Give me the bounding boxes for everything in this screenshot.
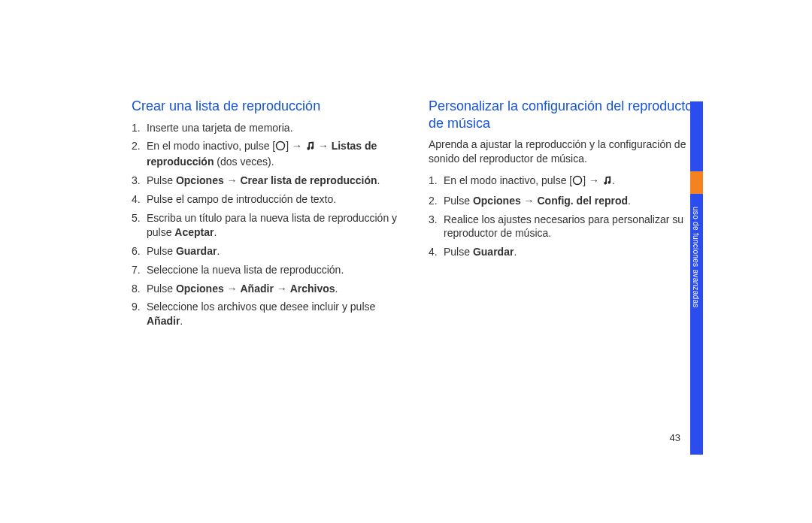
- step-number: 1.: [429, 174, 444, 189]
- music-icon: [602, 175, 612, 189]
- list-item: 1. Inserte una tarjeta de memoria.: [132, 121, 406, 135]
- music-icon: [305, 141, 315, 155]
- svg-point-1: [574, 176, 582, 184]
- step-text: Pulse Opciones → Crear lista de reproduc…: [147, 174, 406, 188]
- list-item: 5. Escriba un título para la nueva lista…: [132, 211, 406, 240]
- step-text: Pulse Opciones → Añadir → Archivos.: [147, 282, 406, 296]
- circle-icon: [275, 141, 286, 155]
- step-text: Escriba un título para la nueva lista de…: [147, 211, 406, 240]
- right-list: 1. En el modo inactivo, pulse [] → . 2. …: [429, 174, 703, 259]
- step-number: 8.: [132, 282, 147, 296]
- right-lead: Aprenda a ajustar la reproducción y la c…: [429, 138, 703, 166]
- right-heading: Personalizar la configuración del reprod…: [429, 98, 703, 132]
- step-text: Seleccione los archivos que desee inclui…: [147, 300, 406, 328]
- step-text: Pulse el campo de introducción de texto.: [147, 192, 406, 207]
- step-number: 7.: [132, 263, 147, 277]
- right-column: Personalizar la configuración del reprod…: [429, 98, 703, 333]
- page-number: 43: [670, 432, 680, 443]
- left-column: Crear una lista de reproducción 1. Inser…: [132, 98, 406, 333]
- list-item: 2. Pulse Opciones → Config. del reprod.: [429, 194, 703, 208]
- step-text: Pulse Opciones → Config. del reprod.: [444, 194, 703, 208]
- step-number: 4.: [132, 192, 147, 207]
- list-item: 8. Pulse Opciones → Añadir → Archivos.: [132, 282, 406, 296]
- list-item: 1. En el modo inactivo, pulse [] → .: [429, 174, 703, 189]
- page-content: Crear una lista de reproducción 1. Inser…: [132, 98, 703, 333]
- step-number: 2.: [429, 194, 444, 208]
- left-heading: Crear una lista de reproducción: [132, 98, 406, 115]
- list-item: 4. Pulse el campo de introducción de tex…: [132, 192, 406, 207]
- step-text: Pulse Guardar.: [147, 244, 406, 258]
- list-item: 9. Seleccione los archivos que desee inc…: [132, 300, 406, 328]
- step-number: 4.: [429, 245, 444, 259]
- list-item: 3. Pulse Opciones → Crear lista de repro…: [132, 174, 406, 188]
- step-text: Inserte una tarjeta de memoria.: [147, 121, 406, 135]
- list-item: 3. Realice los ajustes necesarios para p…: [429, 213, 703, 241]
- svg-point-0: [277, 142, 285, 150]
- list-item: 6. Pulse Guardar.: [132, 244, 406, 258]
- step-number: 3.: [429, 213, 444, 241]
- step-text: Seleccione la nueva lista de reproducció…: [147, 263, 406, 277]
- list-item: 2. En el modo inactivo, pulse [] → → Lis…: [132, 139, 406, 169]
- step-text: Realice los ajustes necesarios para pers…: [444, 213, 703, 241]
- step-text: Pulse Guardar.: [444, 245, 703, 259]
- list-item: 7. Seleccione la nueva lista de reproduc…: [132, 263, 406, 277]
- step-number: 6.: [132, 244, 147, 258]
- left-list: 1. Inserte una tarjeta de memoria. 2. En…: [132, 121, 406, 329]
- list-item: 4. Pulse Guardar.: [429, 245, 703, 259]
- circle-icon: [572, 175, 583, 189]
- step-number: 9.: [132, 300, 147, 328]
- side-tab: [690, 101, 703, 455]
- step-text: En el modo inactivo, pulse [] → .: [444, 174, 703, 189]
- step-number: 1.: [132, 121, 147, 135]
- step-number: 5.: [132, 211, 147, 240]
- side-tab-accent: [690, 171, 703, 194]
- step-number: 3.: [132, 174, 147, 188]
- step-text: En el modo inactivo, pulse [] → → Listas…: [147, 139, 406, 169]
- step-number: 2.: [132, 139, 147, 169]
